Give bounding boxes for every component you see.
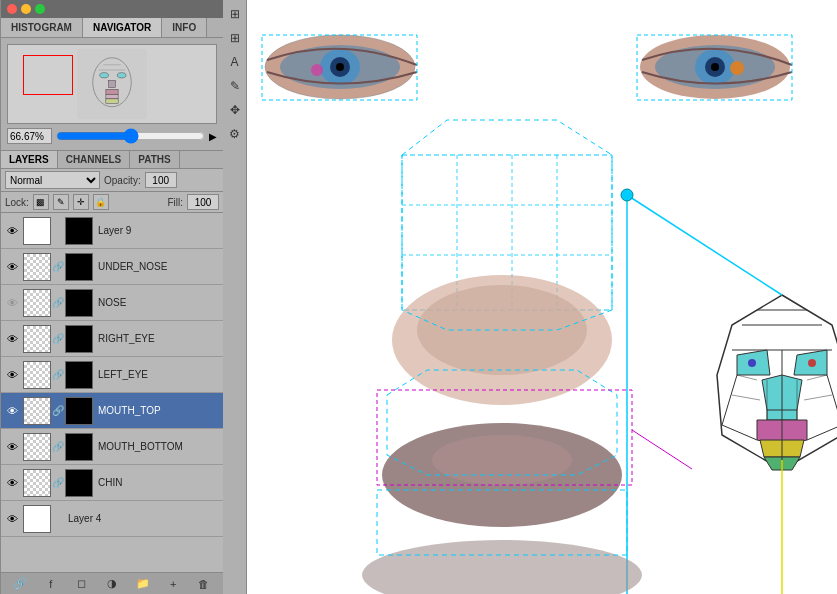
layer-mask — [65, 325, 93, 353]
tab-histogram[interactable]: HISTOGRAM — [1, 18, 83, 37]
layer-style-btn[interactable]: f — [43, 576, 59, 592]
layer-thumb — [23, 469, 51, 497]
chain-icon: 🔗 — [53, 366, 63, 384]
layer-row[interactable]: 👁 🔗 UNDER_NOSE — [1, 249, 223, 285]
zoom-row: 66.67% ▶ — [7, 128, 217, 144]
type-icon[interactable]: A — [225, 52, 245, 72]
layer-mask-btn[interactable]: ◻ — [73, 576, 89, 592]
fill-label: Fill: — [167, 197, 183, 208]
layers-list: 👁 Layer 9 👁 🔗 UNDER_NOSE 👁 🔗 NOSE 👁 🔗 — [1, 213, 223, 572]
tab-paths[interactable]: PATHS — [130, 151, 179, 168]
lock-row: Lock: ▩ ✎ ✛ 🔒 Fill: 100 — [1, 192, 223, 213]
eye-icon[interactable]: 👁 — [3, 294, 21, 312]
lock-transparency-btn[interactable]: ▩ — [33, 194, 49, 210]
svg-point-65 — [621, 189, 633, 201]
layer-row[interactable]: 👁 🔗 NOSE — [1, 285, 223, 321]
canvas-area: ⊞ ⊞ A ✎ ✥ ⚙ — [223, 0, 837, 594]
layer-row[interactable]: 👁 Layer 4 — [1, 501, 223, 537]
close-dot[interactable] — [7, 4, 17, 14]
layer-name: CHIN — [95, 477, 122, 488]
svg-point-15 — [336, 63, 344, 71]
layer-name: LEFT_EYE — [95, 369, 148, 380]
layer-row[interactable]: 👁 🔗 MOUTH_TOP — [1, 393, 223, 429]
pen-icon[interactable]: ✎ — [225, 76, 245, 96]
layers-bottom: 🔗 f ◻ ◑ 📁 + 🗑 — [1, 572, 223, 594]
layer-row[interactable]: 👁 Layer 9 — [1, 213, 223, 249]
svg-point-31 — [748, 359, 756, 367]
layer-name: MOUTH_BOTTOM — [95, 441, 183, 452]
tab-navigator[interactable]: NAVIGATOR — [83, 18, 162, 37]
layer-thumb — [23, 505, 51, 533]
lock-pixels-btn[interactable]: ✎ — [53, 194, 69, 210]
lock-all-btn[interactable]: 🔒 — [93, 194, 109, 210]
layer-mask — [65, 289, 93, 317]
group-btn[interactable]: 📁 — [135, 576, 151, 592]
layer-row[interactable]: 👁 🔗 RIGHT_EYE — [1, 321, 223, 357]
svg-point-23 — [730, 61, 744, 75]
link-icon[interactable]: ⊞ — [225, 28, 245, 48]
layer-name: RIGHT_EYE — [95, 333, 155, 344]
opacity-value[interactable]: 100 — [145, 172, 177, 188]
layer-mask — [65, 361, 93, 389]
nav-viewport-box[interactable] — [23, 55, 73, 95]
fill-value[interactable]: 100 — [187, 194, 219, 210]
layer-thumb — [23, 361, 51, 389]
usb-icon[interactable]: ⊞ — [225, 4, 245, 24]
chain-icon: 🔗 — [53, 402, 63, 420]
eye-icon[interactable]: 👁 — [3, 258, 21, 276]
layer-name: Layer 4 — [65, 513, 101, 524]
svg-point-22 — [711, 63, 719, 71]
layer-thumb — [23, 397, 51, 425]
nav-face-svg — [77, 49, 147, 119]
canvas-content — [247, 0, 837, 594]
layer-tabs-row: LAYERS CHANNELS PATHS — [1, 151, 223, 169]
eye-icon[interactable]: 👁 — [3, 330, 21, 348]
zoom-slider[interactable] — [56, 131, 205, 141]
link-layers-btn[interactable]: 🔗 — [12, 576, 28, 592]
svg-rect-6 — [106, 95, 118, 99]
chain-icon: 🔗 — [53, 294, 63, 312]
lock-position-btn[interactable]: ✛ — [73, 194, 89, 210]
layer-thumb — [23, 253, 51, 281]
layer-mask — [65, 397, 93, 425]
eye-icon[interactable]: 👁 — [3, 474, 21, 492]
svg-rect-4 — [109, 81, 116, 88]
delete-layer-btn[interactable]: 🗑 — [196, 576, 212, 592]
move-icon[interactable]: ✥ — [225, 100, 245, 120]
layer-row[interactable]: 👁 🔗 CHIN — [1, 465, 223, 501]
new-layer-btn[interactable]: + — [165, 576, 181, 592]
layer-mask — [65, 253, 93, 281]
svg-point-62 — [432, 435, 572, 485]
tab-layers[interactable]: LAYERS — [1, 151, 58, 168]
eye-icon[interactable]: 👁 — [3, 402, 21, 420]
layer-mask — [65, 433, 93, 461]
right-panel: HISTOGRAM NAVIGATOR INFO — [0, 0, 223, 594]
svg-point-16 — [311, 64, 323, 76]
layer-mask — [65, 217, 93, 245]
layer-row[interactable]: 👁 🔗 LEFT_EYE — [1, 357, 223, 393]
lock-label: Lock: — [5, 197, 29, 208]
chain-icon: 🔗 — [53, 330, 63, 348]
layer-row[interactable]: 👁 🔗 MOUTH_BOTTOM — [1, 429, 223, 465]
adjustment-btn[interactable]: ◑ — [104, 576, 120, 592]
blend-mode-select[interactable]: Normal Multiply Screen — [5, 171, 100, 189]
zoom-max-icon: ▶ — [209, 131, 217, 142]
minimize-dot[interactable] — [21, 4, 31, 14]
eye-icon[interactable]: 👁 — [3, 366, 21, 384]
settings-icon[interactable]: ⚙ — [225, 124, 245, 144]
layer-name: Layer 9 — [95, 225, 131, 236]
svg-rect-5 — [106, 89, 118, 94]
tabs-row: HISTOGRAM NAVIGATOR INFO — [1, 18, 223, 38]
eye-icon[interactable]: 👁 — [3, 222, 21, 240]
eye-icon[interactable]: 👁 — [3, 438, 21, 456]
left-toolbar: ⊞ ⊞ A ✎ ✥ ⚙ — [223, 0, 247, 594]
eye-icon[interactable]: 👁 — [3, 510, 21, 528]
tab-channels[interactable]: CHANNELS — [58, 151, 131, 168]
chain-icon: 🔗 — [53, 474, 63, 492]
zoom-input[interactable]: 66.67% — [7, 128, 52, 144]
layer-thumb — [23, 289, 51, 317]
maximize-dot[interactable] — [35, 4, 45, 14]
main-canvas-svg — [247, 0, 837, 594]
tab-info[interactable]: INFO — [162, 18, 207, 37]
opacity-label: Opacity: — [104, 175, 141, 186]
